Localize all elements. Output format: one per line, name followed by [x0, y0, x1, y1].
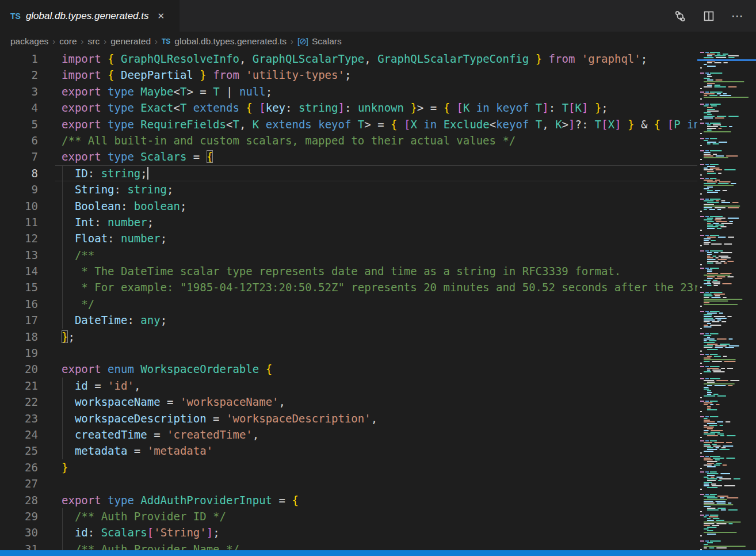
line-number: 24: [0, 426, 38, 443]
code-line[interactable]: 31 /** Auth Provider Name */: [0, 541, 697, 550]
line-number: 17: [0, 312, 38, 328]
code-line[interactable]: 27: [0, 475, 697, 492]
line-number: 16: [0, 296, 38, 312]
tab-bar: TS global.db.types.generated.ts ✕: [0, 0, 756, 32]
code-line[interactable]: 2import { DeepPartial } from 'utility-ty…: [0, 67, 697, 83]
breadcrumb-item-symbol[interactable]: Scalars: [312, 36, 342, 47]
line-number: 21: [0, 378, 38, 394]
line-content: workspaceName = 'workspaceName',: [38, 394, 285, 410]
line-content: createdTime = 'createdTime',: [38, 426, 259, 443]
code-line[interactable]: 5export type RequireFields<T, K extends …: [0, 116, 697, 132]
line-number: 4: [0, 100, 38, 116]
line-number: 22: [0, 394, 38, 410]
code-line[interactable]: 22 workspaceName = 'workspaceName',: [0, 394, 697, 410]
code-line[interactable]: 17 DateTime: any;: [0, 312, 697, 328]
line-content: */: [38, 296, 94, 312]
minimap[interactable]: [697, 51, 756, 550]
breadcrumb: packages›core›src›generated›TSglobal.db.…: [0, 32, 756, 51]
line-content: };: [38, 329, 75, 345]
line-content: String: string;: [38, 181, 174, 197]
typescript-icon: TS: [10, 12, 21, 21]
line-number: 13: [0, 247, 38, 263]
line-number: 15: [0, 279, 38, 295]
line-content: export type Scalars = {: [38, 148, 213, 165]
code-line[interactable]: 6/** All built-in and custom scalars, ma…: [0, 132, 697, 148]
code-line[interactable]: 4export type Exact<T extends { [key: str…: [0, 100, 697, 116]
code-line[interactable]: 16 */: [0, 296, 697, 312]
split-editor-icon[interactable]: [701, 8, 717, 24]
line-number: 20: [0, 361, 38, 377]
line-number: 26: [0, 459, 38, 475]
code-line[interactable]: 24 createdTime = 'createdTime',: [0, 426, 697, 443]
breadcrumb-separator: ›: [155, 36, 158, 46]
line-content: /** All built-in and custom scalars, map…: [38, 132, 516, 148]
line-content: import { DeepPartial } from 'utility-typ…: [38, 67, 351, 83]
line-number: 30: [0, 524, 38, 540]
code-line[interactable]: 7export type Scalars = {: [0, 148, 697, 165]
breadcrumb-separator: ›: [104, 36, 106, 46]
line-number: 7: [0, 148, 38, 165]
editor-tab[interactable]: TS global.db.types.generated.ts ✕: [0, 0, 180, 32]
line-content: [38, 345, 62, 361]
breadcrumb-item-file[interactable]: global.db.types.generated.ts: [174, 36, 287, 47]
more-actions-icon[interactable]: ⋯: [730, 8, 746, 24]
code-lines: 1import { GraphQLResolveInfo, GraphQLSca…: [0, 51, 697, 550]
line-number: 6: [0, 132, 38, 148]
line-number: 8: [0, 165, 38, 181]
code-line[interactable]: 25 metadata = 'metadata': [0, 443, 697, 459]
tab-title: global.db.types.generated.ts: [26, 10, 149, 22]
code-line[interactable]: 20export enum WorkspaceOrderable {: [0, 361, 697, 377]
code-line[interactable]: 15 * For example: "1985-04-12T23:20:50.5…: [0, 279, 697, 295]
code-line[interactable]: 1import { GraphQLResolveInfo, GraphQLSca…: [0, 51, 697, 67]
code-line[interactable]: 19: [0, 345, 697, 361]
line-number: 25: [0, 443, 38, 459]
line-content: export type Maybe<T> = T | null;: [38, 83, 272, 100]
code-line[interactable]: 18};: [0, 329, 697, 345]
line-number: 12: [0, 230, 38, 246]
editor-actions: ⋯: [672, 0, 756, 32]
line-number: 18: [0, 329, 38, 345]
code-line[interactable]: 14 * The DateTime scalar type represents…: [0, 263, 697, 279]
breadcrumb-item-core[interactable]: core: [59, 36, 77, 47]
code-line[interactable]: 21 id = 'id',: [0, 378, 697, 394]
line-content: export type AddAuthProviderInput = {: [38, 492, 299, 508]
open-changes-icon[interactable]: [672, 8, 688, 24]
line-content: Float: number;: [38, 230, 167, 246]
code-editor[interactable]: 1import { GraphQLResolveInfo, GraphQLSca…: [0, 51, 756, 550]
line-number: 9: [0, 181, 38, 197]
breadcrumb-item-packages[interactable]: packages: [10, 36, 48, 47]
code-line[interactable]: 29 /** Auth Provider ID */: [0, 508, 697, 524]
line-content: export type Exact<T extends { [key: stri…: [38, 100, 608, 116]
code-line[interactable]: 26}: [0, 459, 697, 475]
status-bar: [0, 550, 756, 556]
line-content: metadata = 'metadata': [38, 443, 213, 459]
breadcrumb-item-src[interactable]: src: [88, 36, 100, 47]
line-number: 29: [0, 508, 38, 524]
line-content: * For example: "1985-04-12T23:20:50.52Z"…: [38, 279, 697, 295]
code-line[interactable]: 13 /**: [0, 247, 697, 263]
code-line[interactable]: 10 Boolean: boolean;: [0, 198, 697, 214]
line-number: 11: [0, 214, 38, 230]
line-content: * The DateTime scalar type represents da…: [38, 263, 621, 279]
line-number: 31: [0, 541, 38, 550]
line-content: id: Scalars['String'];: [38, 524, 220, 540]
line-number: 19: [0, 345, 38, 361]
code-line[interactable]: 12 Float: number;: [0, 230, 697, 246]
code-line[interactable]: 11 Int: number;: [0, 214, 697, 230]
breadcrumb-item-generated[interactable]: generated: [110, 36, 151, 47]
code-line[interactable]: 28export type AddAuthProviderInput = {: [0, 492, 697, 508]
code-line[interactable]: 3export type Maybe<T> = T | null;: [0, 83, 697, 100]
vscode-window: TS global.db.types.generated.ts ✕: [0, 0, 756, 556]
line-content: ID: string;: [38, 165, 147, 181]
line-content: /**: [38, 247, 94, 263]
line-content: id = 'id',: [38, 378, 140, 394]
code-line[interactable]: 9 String: string;: [0, 181, 697, 197]
close-icon[interactable]: ✕: [158, 12, 165, 20]
code-line[interactable]: 30 id: Scalars['String'];: [0, 524, 697, 540]
line-content: export enum WorkspaceOrderable {: [38, 361, 272, 377]
code-line[interactable]: 8 ID: string;: [0, 165, 697, 181]
line-content: workspaceDescription = 'workspaceDescrip…: [38, 410, 377, 426]
code-line[interactable]: 23 workspaceDescription = 'workspaceDesc…: [0, 410, 697, 426]
line-number: 5: [0, 116, 38, 132]
symbol-type-icon: [⊘]: [297, 36, 308, 47]
